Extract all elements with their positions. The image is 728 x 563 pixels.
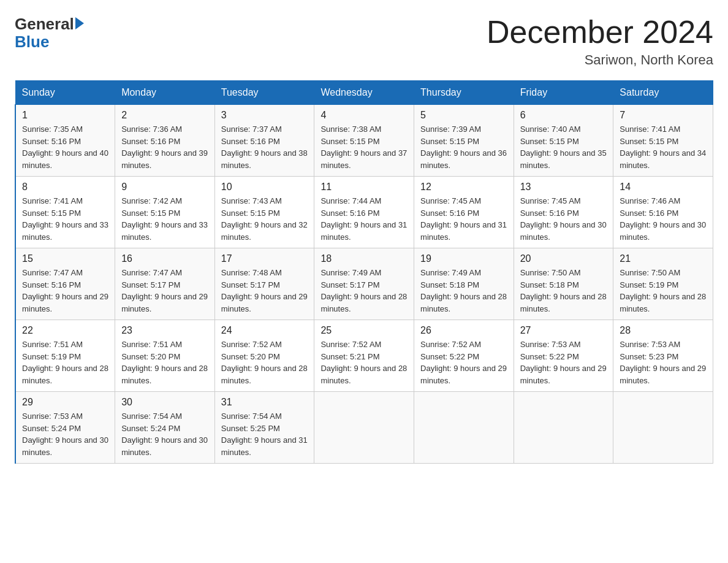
- day-info: Sunrise: 7:51 AMSunset: 5:20 PMDaylight:…: [121, 339, 208, 386]
- day-info: Sunrise: 7:37 AMSunset: 5:16 PMDaylight:…: [221, 123, 308, 171]
- day-number: 19: [420, 253, 507, 264]
- day-info: Sunrise: 7:53 AMSunset: 5:22 PMDaylight:…: [520, 339, 607, 386]
- day-number: 3: [221, 110, 308, 121]
- day-number: 27: [520, 325, 607, 336]
- page-header: General Blue December 2024 Sariwon, Nort…: [15, 15, 713, 68]
- day-number: 11: [320, 182, 408, 193]
- day-info: Sunrise: 7:48 AMSunset: 5:17 PMDaylight:…: [221, 267, 308, 315]
- logo-arrow-icon: [75, 17, 84, 29]
- day-number: 7: [620, 110, 707, 121]
- day-number: 18: [320, 253, 408, 264]
- calendar-day-cell: [613, 392, 713, 464]
- calendar-day-cell: 12Sunrise: 7:45 AMSunset: 5:16 PMDayligh…: [414, 177, 514, 248]
- calendar-day-cell: 9Sunrise: 7:42 AMSunset: 5:15 PMDaylight…: [115, 177, 215, 248]
- calendar-day-cell: [314, 392, 414, 464]
- day-info: Sunrise: 7:45 AMSunset: 5:16 PMDaylight:…: [420, 195, 507, 243]
- day-number: 24: [221, 325, 308, 336]
- day-info: Sunrise: 7:47 AMSunset: 5:16 PMDaylight:…: [22, 267, 108, 315]
- day-number: 9: [121, 182, 208, 193]
- day-number: 16: [121, 253, 208, 264]
- calendar-day-cell: 2Sunrise: 7:36 AMSunset: 5:16 PMDaylight…: [115, 105, 215, 177]
- calendar-day-cell: 19Sunrise: 7:49 AMSunset: 5:18 PMDayligh…: [414, 248, 514, 320]
- calendar-day-cell: 8Sunrise: 7:41 AMSunset: 5:15 PMDaylight…: [15, 177, 115, 248]
- day-info: Sunrise: 7:36 AMSunset: 5:16 PMDaylight:…: [121, 123, 208, 171]
- col-thursday: Thursday: [414, 81, 514, 105]
- calendar-day-cell: 16Sunrise: 7:47 AMSunset: 5:17 PMDayligh…: [115, 248, 215, 320]
- calendar-day-cell: 1Sunrise: 7:35 AMSunset: 5:16 PMDaylight…: [15, 105, 115, 177]
- day-number: 8: [22, 182, 108, 193]
- calendar-day-cell: 26Sunrise: 7:52 AMSunset: 5:22 PMDayligh…: [414, 320, 514, 392]
- day-info: Sunrise: 7:43 AMSunset: 5:15 PMDaylight:…: [221, 195, 308, 243]
- calendar-day-cell: 24Sunrise: 7:52 AMSunset: 5:20 PMDayligh…: [214, 320, 314, 392]
- calendar-day-cell: 11Sunrise: 7:44 AMSunset: 5:16 PMDayligh…: [314, 177, 414, 248]
- calendar-day-cell: 4Sunrise: 7:38 AMSunset: 5:15 PMDaylight…: [314, 105, 414, 177]
- calendar-day-cell: 18Sunrise: 7:49 AMSunset: 5:17 PMDayligh…: [314, 248, 414, 320]
- day-info: Sunrise: 7:51 AMSunset: 5:19 PMDaylight:…: [22, 339, 108, 386]
- calendar-week-row: 15Sunrise: 7:47 AMSunset: 5:16 PMDayligh…: [15, 248, 713, 320]
- day-info: Sunrise: 7:49 AMSunset: 5:17 PMDaylight:…: [320, 267, 408, 315]
- col-friday: Friday: [514, 81, 613, 105]
- day-number: 1: [22, 110, 108, 121]
- day-number: 23: [121, 325, 208, 336]
- day-number: 28: [620, 325, 707, 336]
- calendar-table: Sunday Monday Tuesday Wednesday Thursday…: [15, 80, 713, 464]
- col-monday: Monday: [115, 81, 215, 105]
- day-info: Sunrise: 7:53 AMSunset: 5:23 PMDaylight:…: [620, 339, 707, 386]
- day-number: 21: [620, 253, 707, 264]
- day-number: 5: [420, 110, 507, 121]
- calendar-day-cell: 22Sunrise: 7:51 AMSunset: 5:19 PMDayligh…: [15, 320, 115, 392]
- calendar-week-row: 22Sunrise: 7:51 AMSunset: 5:19 PMDayligh…: [15, 320, 713, 392]
- calendar-day-cell: 6Sunrise: 7:40 AMSunset: 5:15 PMDaylight…: [514, 105, 613, 177]
- calendar-body: 1Sunrise: 7:35 AMSunset: 5:16 PMDaylight…: [15, 105, 713, 464]
- calendar-day-cell: 27Sunrise: 7:53 AMSunset: 5:22 PMDayligh…: [514, 320, 613, 392]
- day-info: Sunrise: 7:47 AMSunset: 5:17 PMDaylight:…: [121, 267, 208, 315]
- day-info: Sunrise: 7:50 AMSunset: 5:19 PMDaylight:…: [620, 267, 707, 315]
- logo-general-text: General: [15, 15, 74, 34]
- calendar-week-row: 8Sunrise: 7:41 AMSunset: 5:15 PMDaylight…: [15, 177, 713, 248]
- day-number: 25: [320, 325, 408, 336]
- day-number: 29: [22, 397, 108, 408]
- day-info: Sunrise: 7:39 AMSunset: 5:15 PMDaylight:…: [420, 123, 507, 171]
- day-number: 13: [520, 182, 607, 193]
- day-number: 14: [620, 182, 707, 193]
- day-info: Sunrise: 7:45 AMSunset: 5:16 PMDaylight:…: [520, 195, 607, 243]
- header-row: Sunday Monday Tuesday Wednesday Thursday…: [15, 81, 713, 105]
- day-info: Sunrise: 7:40 AMSunset: 5:15 PMDaylight:…: [520, 123, 607, 171]
- calendar-week-row: 29Sunrise: 7:53 AMSunset: 5:24 PMDayligh…: [15, 392, 713, 464]
- logo-blue-text: Blue: [15, 33, 84, 52]
- day-number: 15: [22, 253, 108, 264]
- day-info: Sunrise: 7:54 AMSunset: 5:24 PMDaylight:…: [121, 410, 208, 458]
- calendar-day-cell: 23Sunrise: 7:51 AMSunset: 5:20 PMDayligh…: [115, 320, 215, 392]
- calendar-day-cell: 25Sunrise: 7:52 AMSunset: 5:21 PMDayligh…: [314, 320, 414, 392]
- day-info: Sunrise: 7:49 AMSunset: 5:18 PMDaylight:…: [420, 267, 507, 315]
- col-wednesday: Wednesday: [314, 81, 414, 105]
- day-number: 26: [420, 325, 507, 336]
- day-number: 10: [221, 182, 308, 193]
- day-info: Sunrise: 7:54 AMSunset: 5:25 PMDaylight:…: [221, 410, 308, 458]
- calendar-week-row: 1Sunrise: 7:35 AMSunset: 5:16 PMDaylight…: [15, 105, 713, 177]
- logo: General Blue: [15, 15, 84, 52]
- day-number: 4: [320, 110, 408, 121]
- day-number: 12: [420, 182, 507, 193]
- calendar-day-cell: 13Sunrise: 7:45 AMSunset: 5:16 PMDayligh…: [514, 177, 613, 248]
- day-info: Sunrise: 7:38 AMSunset: 5:15 PMDaylight:…: [320, 123, 408, 171]
- day-info: Sunrise: 7:50 AMSunset: 5:18 PMDaylight:…: [520, 267, 607, 315]
- calendar-day-cell: 14Sunrise: 7:46 AMSunset: 5:16 PMDayligh…: [613, 177, 713, 248]
- title-block: December 2024 Sariwon, North Korea: [487, 15, 713, 68]
- calendar-day-cell: 31Sunrise: 7:54 AMSunset: 5:25 PMDayligh…: [214, 392, 314, 464]
- calendar-day-cell: [414, 392, 514, 464]
- day-number: 6: [520, 110, 607, 121]
- calendar-day-cell: 10Sunrise: 7:43 AMSunset: 5:15 PMDayligh…: [214, 177, 314, 248]
- calendar-day-cell: 28Sunrise: 7:53 AMSunset: 5:23 PMDayligh…: [613, 320, 713, 392]
- calendar-day-cell: 7Sunrise: 7:41 AMSunset: 5:15 PMDaylight…: [613, 105, 713, 177]
- day-info: Sunrise: 7:52 AMSunset: 5:20 PMDaylight:…: [221, 339, 308, 386]
- day-info: Sunrise: 7:52 AMSunset: 5:21 PMDaylight:…: [320, 339, 408, 386]
- day-number: 22: [22, 325, 108, 336]
- day-info: Sunrise: 7:42 AMSunset: 5:15 PMDaylight:…: [121, 195, 208, 243]
- calendar-day-cell: 21Sunrise: 7:50 AMSunset: 5:19 PMDayligh…: [613, 248, 713, 320]
- day-info: Sunrise: 7:46 AMSunset: 5:16 PMDaylight:…: [620, 195, 707, 243]
- calendar-day-cell: 29Sunrise: 7:53 AMSunset: 5:24 PMDayligh…: [15, 392, 115, 464]
- calendar-day-cell: 17Sunrise: 7:48 AMSunset: 5:17 PMDayligh…: [214, 248, 314, 320]
- day-number: 31: [221, 397, 308, 408]
- day-number: 17: [221, 253, 308, 264]
